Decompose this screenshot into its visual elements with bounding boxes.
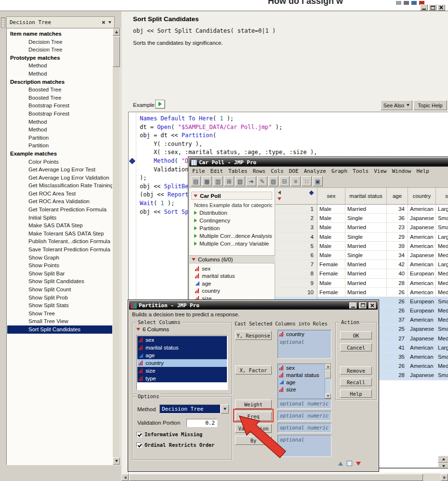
column-list-item[interactable]: age (137, 351, 227, 359)
row-number-cell[interactable]: 10 (275, 288, 317, 297)
toolbar-icon[interactable]: ∷ (302, 176, 312, 186)
search-result-item[interactable]: Method (7, 118, 112, 126)
panel-handle[interactable] (1, 17, 5, 28)
cell-sex[interactable]: Male (317, 242, 345, 251)
notes-row[interactable]: Notes Example data for categoric (194, 202, 273, 208)
column-header[interactable]: age (387, 188, 408, 205)
grid-scrollbar-fragment[interactable] (438, 455, 448, 467)
script-item[interactable]: Multiple Corr...dence Analysis (194, 232, 272, 240)
cell-age[interactable]: 36 (387, 214, 408, 223)
cell-age[interactable]: 27 (387, 334, 408, 343)
red-triangle-icon[interactable] (194, 195, 198, 197)
column-list-item[interactable]: country (137, 359, 227, 367)
cell-size[interactable]: Med (436, 242, 448, 251)
search-tab[interactable]: Decision Tree (6, 16, 115, 28)
cell-sex[interactable]: Male (317, 223, 345, 232)
cell-size[interactable]: Med (436, 279, 448, 288)
menu-item[interactable]: View (374, 168, 387, 174)
script-item[interactable]: Contingency (194, 217, 272, 224)
close-button[interactable] (369, 302, 376, 309)
cell-marital-status[interactable]: Married (345, 223, 387, 232)
search-result-item[interactable]: Color Points (7, 158, 112, 166)
search-result-item[interactable]: Small Tree View (7, 317, 112, 325)
y-role-box[interactable]: country optional (277, 330, 331, 359)
search-result-item[interactable]: Sort Split Candidates (7, 325, 112, 334)
search-result-item[interactable]: Item name matches (7, 30, 112, 38)
role-column-item[interactable]: marital status (278, 371, 331, 378)
table-row[interactable]: 8 Female Married 40 European Med (275, 269, 448, 278)
cell-country[interactable]: American (408, 233, 436, 242)
ok-button[interactable]: OK (340, 331, 372, 339)
cell-age[interactable]: 28 (387, 371, 408, 380)
toolbar-icon[interactable]: ⊟ (279, 176, 290, 186)
cell-size[interactable]: Smal (436, 352, 448, 362)
menu-item[interactable]: Help (416, 168, 429, 174)
search-result-item[interactable]: Show Split Stats (7, 301, 112, 310)
tab-dropdown-icon[interactable] (108, 21, 111, 24)
search-result-item[interactable]: Make SAS DATA Step (7, 221, 112, 230)
collapse-panel-icon[interactable] (278, 191, 281, 195)
search-result-item[interactable]: Show Points (7, 261, 112, 270)
cell-age[interactable]: 34 (387, 205, 408, 214)
cell-country[interactable]: American (408, 242, 436, 251)
search-result-item[interactable]: Show Split Prob (7, 294, 112, 302)
search-result-item[interactable]: Show Split Bar (7, 270, 112, 278)
cell-sex[interactable]: Male (317, 251, 345, 260)
menu-item[interactable]: Cols (271, 168, 284, 174)
menu-item[interactable]: DOE (289, 168, 299, 174)
validation-portion-input[interactable]: 0.2 (186, 419, 217, 427)
search-result-item[interactable]: Bootstrap Forest (7, 110, 112, 118)
cell-size[interactable]: Med (436, 362, 448, 371)
minimize-button[interactable] (420, 4, 428, 11)
scroll-down-button[interactable] (438, 463, 448, 467)
row-number-cell[interactable]: 7 (275, 260, 317, 269)
cell-age[interactable]: 37 (387, 315, 408, 325)
cell-age[interactable]: 42 (387, 260, 408, 269)
search-result-item[interactable]: Prototype matches (7, 54, 112, 62)
script-item[interactable]: Partition (194, 224, 272, 232)
cell-country[interactable]: European (408, 269, 436, 278)
cell-country[interactable]: American (408, 205, 436, 214)
cell-marital-status[interactable]: Married (345, 269, 387, 278)
x-factor-button[interactable]: X, Factor (235, 365, 272, 375)
scroll-thumb[interactable] (113, 36, 120, 67)
cell-country[interactable]: Japanese (408, 371, 436, 380)
up-arrow-icon[interactable] (338, 462, 343, 466)
cell-marital-status[interactable]: Single (345, 251, 387, 260)
results-scrollbar[interactable] (113, 28, 120, 465)
topic-help-button[interactable]: Topic Help (413, 100, 447, 110)
cell-age[interactable]: 23 (387, 223, 408, 232)
scroll-up-button[interactable] (113, 28, 120, 36)
search-result-item[interactable]: Example matches (7, 150, 112, 158)
help-button[interactable]: Help (340, 390, 372, 398)
toolbar-icon[interactable]: ➔ (246, 176, 256, 186)
toolbar-icon[interactable]: ▣ (313, 176, 323, 186)
see-also-button[interactable]: See Also (381, 100, 412, 110)
toolbar-icon[interactable]: ▦ (202, 176, 212, 186)
cell-age[interactable]: 25 (387, 325, 408, 334)
search-result-item[interactable]: Show Split Count (7, 286, 112, 294)
script-item[interactable]: Multiple Corr...ntary Variable (194, 240, 272, 247)
role-column-item[interactable]: country (278, 330, 331, 338)
column-list-item[interactable]: sex (137, 336, 227, 344)
table-name-header[interactable]: Car Poll (191, 192, 272, 200)
toolbar-icon[interactable]: ⊞ (224, 176, 234, 186)
cell-age[interactable]: 35 (387, 352, 408, 362)
method-dropdown[interactable]: Decision Tree (159, 404, 229, 414)
search-result-item[interactable]: Decision Tree (7, 38, 112, 46)
red-triangle-icon[interactable] (356, 462, 361, 466)
script-item[interactable]: Distribution (194, 209, 272, 217)
cell-size[interactable]: Med (436, 269, 448, 278)
menu-item[interactable]: Window (392, 168, 411, 174)
cell-country[interactable]: American (408, 352, 436, 362)
role-column-item[interactable]: size (278, 386, 331, 393)
table-row[interactable]: 9 Male Married 28 American Med (275, 279, 448, 288)
cell-age[interactable]: 26 (387, 288, 408, 297)
menu-item[interactable]: Tools (353, 168, 369, 174)
row-number-cell[interactable]: 1 (275, 205, 317, 214)
table-row[interactable]: 5 Male Married 39 American Med (275, 242, 448, 251)
red-triangle-icon[interactable] (136, 328, 140, 331)
weight-role-box[interactable]: optional numeric (277, 399, 331, 409)
close-button[interactable] (437, 4, 445, 11)
cell-age[interactable]: 39 (387, 242, 408, 251)
